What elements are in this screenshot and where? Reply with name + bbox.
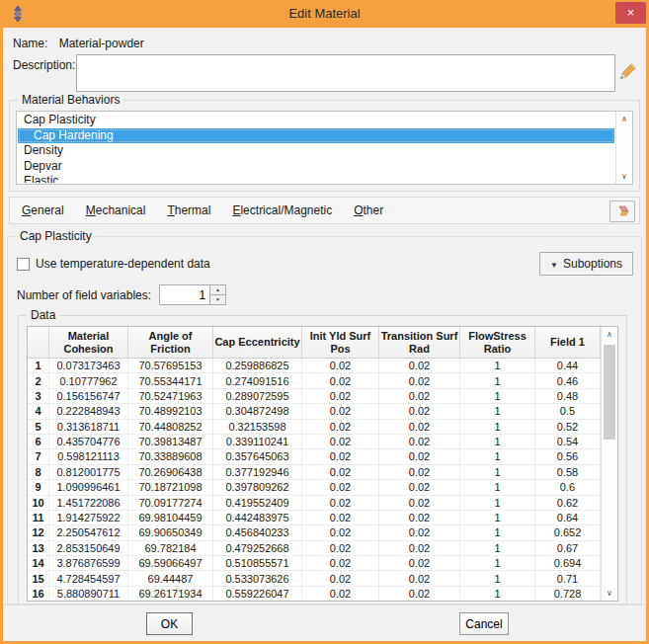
table-cell[interactable]: 0.02 (302, 465, 379, 479)
table-cell[interactable]: 69.26171934 (128, 587, 213, 601)
table-cell[interactable]: 1 (460, 404, 535, 418)
table-cell[interactable]: 0.10777962 (49, 373, 128, 387)
table-cell[interactable]: 0.02 (379, 541, 460, 555)
table-cell[interactable]: 0.02 (302, 389, 379, 403)
table-cell[interactable]: 70.09177274 (128, 496, 213, 510)
table-cell[interactable]: 0.357645063 (213, 449, 302, 463)
table-cell[interactable]: 0.259886825 (213, 359, 302, 372)
table-cell[interactable]: 69.90650349 (128, 525, 213, 539)
scroll-down-icon[interactable]: ∨ (616, 169, 632, 184)
delete-behavior-button[interactable] (609, 201, 635, 222)
table-cell[interactable]: 1 (460, 373, 535, 387)
temperature-dependent-checkbox-row[interactable]: Use temperature-dependent data (17, 257, 210, 271)
table-cell[interactable]: 0.02 (379, 556, 460, 570)
table-cell[interactable]: 1 (460, 587, 535, 601)
table-cell[interactable]: 3.876876599 (49, 556, 128, 570)
table-cell[interactable]: 69.98104459 (128, 511, 213, 524)
table-cell[interactable]: 0.02 (302, 449, 379, 463)
table-cell[interactable]: 0.377192946 (213, 465, 302, 479)
table-cell[interactable]: 1 (460, 389, 535, 403)
table-cell[interactable]: 0.02 (302, 496, 379, 510)
table-cell[interactable]: 0.02 (302, 435, 379, 448)
table-cell[interactable]: 70.33889608 (128, 449, 213, 463)
table-cell[interactable]: 1.451722086 (49, 496, 128, 510)
ok-button[interactable]: OK (146, 612, 193, 635)
table-cell[interactable]: 0.02 (379, 525, 460, 539)
table-cell[interactable]: 0.073173463 (49, 359, 128, 372)
spinner-up-icon[interactable]: ▲ (210, 284, 226, 295)
menu-item-mechanical[interactable]: Mechanical (86, 203, 146, 217)
table-cell[interactable]: 0.02 (379, 404, 460, 418)
table-cell[interactable]: 0.71 (535, 571, 601, 585)
table-cell[interactable]: 0.02 (379, 449, 460, 463)
table-cell[interactable]: 0.46 (535, 373, 601, 387)
table-cell[interactable]: 1 (460, 511, 535, 524)
behavior-item-elastic[interactable]: Elastic (18, 174, 614, 183)
scrollbar-thumb[interactable] (604, 345, 615, 440)
table-cell[interactable]: 69.44487 (128, 571, 213, 585)
table-cell[interactable]: 0.313618711 (49, 420, 128, 434)
table-cell[interactable]: 1 (460, 541, 535, 555)
table-cell[interactable]: 0.02 (379, 587, 460, 601)
table-cell[interactable]: 70.39813487 (128, 435, 213, 448)
table-cell[interactable]: 0.339110241 (213, 435, 302, 448)
table-cell[interactable]: 0.02 (379, 571, 460, 585)
table-cell[interactable]: 70.44808252 (128, 420, 213, 434)
table-cell[interactable]: 0.274091516 (213, 373, 302, 387)
table-cell[interactable]: 70.57695153 (128, 359, 213, 372)
table-cell[interactable]: 0.435704776 (49, 435, 128, 448)
table-cell[interactable]: 0.419552409 (213, 496, 302, 510)
behavior-item-depvar[interactable]: Depvar (18, 159, 614, 175)
table-cell[interactable]: 0.56 (535, 449, 601, 463)
table-cell[interactable]: 0.6 (535, 480, 601, 494)
table-cell[interactable]: 1 (460, 435, 535, 448)
table-cell[interactable]: 0.02 (379, 480, 460, 494)
menu-item-thermal[interactable]: Thermal (167, 203, 210, 217)
suboptions-button[interactable]: ▼Suboptions (539, 252, 633, 276)
table-cell[interactable]: 0.02 (379, 511, 460, 524)
table-cell[interactable]: 0.62 (535, 496, 601, 510)
table-cell[interactable]: 69.59066497 (128, 556, 213, 570)
table-cell[interactable]: 0.64 (535, 511, 601, 524)
table-cell[interactable]: 2.853150649 (49, 541, 128, 555)
behaviors-scrollbar[interactable]: ∧ ∨ (615, 112, 632, 184)
menu-item-electrical-magnetic[interactable]: Electrical/Magnetic (232, 203, 332, 217)
table-cell[interactable]: 1 (460, 449, 535, 463)
table-cell[interactable]: 0.02 (379, 465, 460, 479)
table-cell[interactable]: 4.728454597 (49, 571, 128, 585)
scroll-up-icon[interactable]: ∧ (602, 327, 617, 342)
table-cell[interactable]: 0.5 (535, 404, 601, 418)
table-cell[interactable]: 0.02 (302, 511, 379, 524)
table-cell[interactable]: 70.48992103 (128, 404, 213, 418)
table-cell[interactable]: 0.02 (302, 525, 379, 539)
table-cell[interactable]: 70.52471963 (128, 389, 213, 403)
table-cell[interactable]: 1.090996461 (49, 480, 128, 494)
table-cell[interactable]: 1 (460, 556, 535, 570)
title-bar[interactable]: Edit Material × (0, 0, 649, 28)
table-cell[interactable]: 0.02 (379, 435, 460, 448)
table-cell[interactable]: 0.02 (302, 556, 379, 570)
temperature-dependent-checkbox[interactable] (17, 258, 30, 271)
spinner-down-icon[interactable]: ▼ (210, 295, 226, 305)
table-cell[interactable]: 0.728 (535, 587, 601, 601)
table-cell[interactable]: 0.289072595 (213, 389, 302, 403)
table-cell[interactable]: 0.02 (379, 359, 460, 372)
description-input[interactable] (76, 54, 615, 92)
behavior-item-cap-hardening[interactable]: Cap Hardening (18, 128, 614, 144)
scroll-up-icon[interactable]: ∧ (616, 112, 632, 126)
table-cell[interactable]: 70.26906438 (128, 465, 213, 479)
table-cell[interactable]: 0.02 (302, 373, 379, 387)
edit-pencil-icon[interactable] (619, 63, 636, 80)
table-cell[interactable]: 1 (460, 480, 535, 494)
table-cell[interactable]: 1 (460, 420, 535, 434)
table-cell[interactable]: 0.02 (302, 420, 379, 434)
table-cell[interactable]: 0.479252668 (213, 541, 302, 555)
field-variables-input[interactable] (159, 284, 210, 305)
table-cell[interactable]: 0.598121113 (49, 449, 128, 463)
table-cell[interactable]: 0.456840233 (213, 525, 302, 539)
cancel-button[interactable]: Cancel (459, 612, 509, 635)
table-cell[interactable]: 0.02 (302, 359, 379, 372)
table-cell[interactable]: 0.58 (535, 465, 601, 479)
table-cell[interactable]: 0.54 (535, 435, 601, 448)
table-cell[interactable]: 70.55344171 (128, 373, 213, 387)
